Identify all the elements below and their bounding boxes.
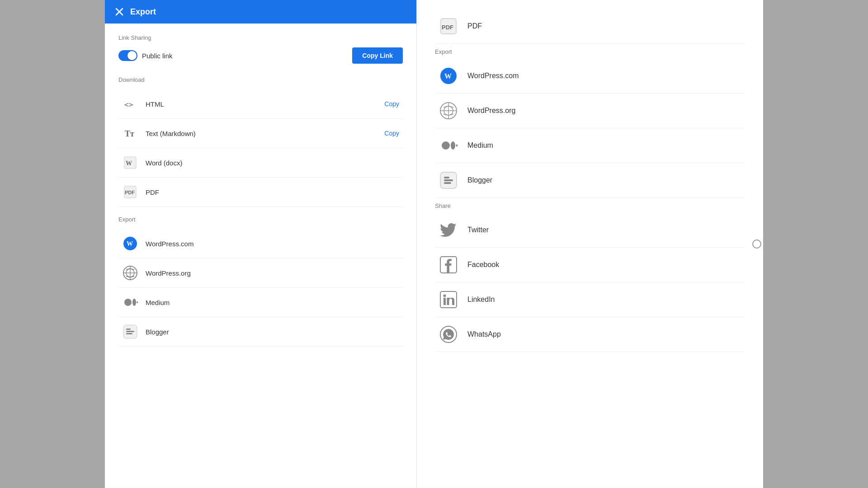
medium-left-icon: [122, 294, 138, 310]
svg-point-39: [443, 295, 446, 297]
svg-point-31: [456, 145, 458, 147]
twitter-icon: [439, 220, 458, 240]
wordpress-org-left-icon: [122, 265, 138, 281]
public-link-label: Public link: [142, 52, 173, 60]
blogger-left-icon: [122, 324, 138, 340]
pdf-right-icon: PDF: [439, 16, 458, 36]
pdf-left-icon: PDF: [122, 184, 138, 200]
medium-right-icon: [439, 136, 458, 155]
export-wordpress-org-item[interactable]: WordPress.org: [118, 258, 403, 288]
modal-container: Export Link Sharing Public link Copy Lin…: [105, 0, 763, 488]
svg-text:PDF: PDF: [442, 24, 453, 31]
scrollbar-indicator[interactable]: [752, 239, 761, 249]
export-blogger-item[interactable]: Blogger: [118, 317, 403, 347]
svg-rect-18: [126, 328, 131, 330]
svg-rect-35: [444, 182, 451, 184]
facebook-icon: [439, 255, 458, 275]
wordpress-org-left-label: WordPress.org: [146, 269, 399, 277]
wordpress-com-left-icon: W: [122, 235, 138, 252]
word-label: Word (docx): [146, 159, 399, 167]
svg-rect-20: [126, 333, 132, 334]
right-blogger-item[interactable]: Blogger: [435, 163, 745, 198]
markdown-label: Text (Markdown): [146, 130, 384, 137]
markdown-copy-button[interactable]: Copy: [384, 130, 399, 137]
svg-point-29: [442, 141, 450, 150]
blogger-left-label: Blogger: [146, 328, 399, 336]
svg-text:Tт: Tт: [125, 129, 134, 138]
export-medium-item[interactable]: Medium: [118, 288, 403, 317]
download-pdf-item[interactable]: PDF PDF: [118, 178, 403, 207]
right-panel: PDF PDF Export W WordPress.com: [417, 0, 763, 488]
pdf-right-label: PDF: [467, 22, 482, 30]
svg-rect-38: [443, 298, 446, 305]
html-label: HTML: [146, 100, 384, 108]
markdown-icon: Tт: [122, 125, 138, 141]
svg-text:<>: <>: [124, 100, 133, 109]
svg-text:W: W: [126, 160, 132, 167]
svg-rect-33: [444, 177, 449, 178]
svg-rect-34: [444, 179, 453, 181]
download-section: Download <> HTML Copy: [118, 76, 403, 207]
wordpress-com-left-label: WordPress.com: [146, 240, 399, 248]
svg-text:PDF: PDF: [125, 190, 135, 195]
public-link-toggle[interactable]: [118, 50, 137, 61]
wordpress-org-right-label: WordPress.org: [467, 107, 515, 115]
link-sharing-row: Public link Copy Link: [118, 47, 403, 64]
wordpress-com-right-icon: W: [439, 66, 458, 86]
export-section: Export W WordPress.com: [118, 216, 403, 347]
right-whatsapp-item[interactable]: WhatsApp: [435, 317, 745, 352]
modal-header: Export: [105, 0, 416, 23]
medium-left-label: Medium: [146, 299, 399, 306]
linkedin-label: LinkedIn: [467, 296, 495, 304]
close-button[interactable]: [114, 6, 125, 17]
download-html-item[interactable]: <> HTML Copy: [118, 89, 403, 119]
svg-point-16: [137, 301, 138, 303]
linkedin-icon: [439, 290, 458, 310]
svg-rect-19: [126, 331, 134, 332]
svg-point-15: [132, 299, 136, 306]
blogger-right-label: Blogger: [467, 176, 492, 184]
right-linkedin-item[interactable]: LinkedIn: [435, 282, 745, 317]
right-facebook-item[interactable]: Facebook: [435, 248, 745, 282]
svg-text:W: W: [127, 240, 133, 247]
copy-link-button[interactable]: Copy Link: [352, 47, 403, 64]
left-panel: Export Link Sharing Public link Copy Lin…: [105, 0, 417, 488]
blogger-right-icon: [439, 170, 458, 190]
twitter-label: Twitter: [467, 226, 489, 234]
modal-overlay: Export Link Sharing Public link Copy Lin…: [0, 0, 868, 488]
download-markdown-item[interactable]: Tт Text (Markdown) Copy: [118, 119, 403, 148]
download-word-item[interactable]: W Word (docx): [118, 148, 403, 178]
right-share-label: Share: [435, 202, 745, 209]
right-export-label: Export: [435, 48, 745, 55]
svg-point-14: [124, 299, 132, 306]
html-copy-button[interactable]: Copy: [384, 100, 399, 108]
right-wordpress-org-item[interactable]: WordPress.org: [435, 94, 745, 128]
export-wordpress-com-item[interactable]: W WordPress.com: [118, 229, 403, 258]
medium-right-label: Medium: [467, 141, 493, 150]
download-label: Download: [118, 76, 403, 83]
toggle-row: Public link: [118, 50, 173, 61]
right-pdf-item[interactable]: PDF PDF: [435, 9, 745, 44]
right-twitter-item[interactable]: Twitter: [435, 213, 745, 248]
svg-point-30: [451, 141, 455, 150]
right-medium-item[interactable]: Medium: [435, 128, 745, 163]
wordpress-org-right-icon: [439, 101, 458, 121]
right-wordpress-com-item[interactable]: W WordPress.com: [435, 59, 745, 94]
whatsapp-label: WhatsApp: [467, 330, 501, 338]
word-icon: W: [122, 155, 138, 171]
link-sharing-label: Link Sharing: [118, 34, 403, 41]
modal-body: Link Sharing Public link Copy Link Downl…: [105, 23, 416, 488]
svg-text:W: W: [444, 72, 452, 80]
facebook-label: Facebook: [467, 261, 499, 269]
pdf-left-label: PDF: [146, 188, 399, 196]
whatsapp-icon: [439, 324, 458, 344]
wordpress-com-right-label: WordPress.com: [467, 72, 519, 80]
modal-title: Export: [130, 7, 156, 17]
html-icon: <>: [122, 96, 138, 112]
export-label: Export: [118, 216, 403, 223]
